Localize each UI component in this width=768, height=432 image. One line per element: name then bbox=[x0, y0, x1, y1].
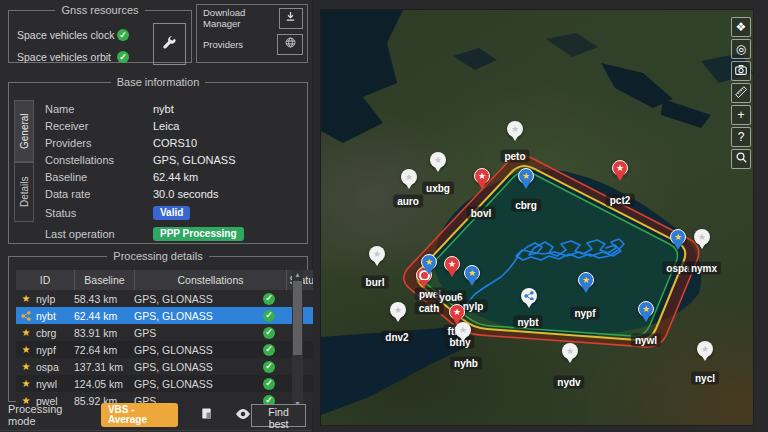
cell-constellations: GPS bbox=[134, 327, 250, 339]
base-info-field: Data rate30.0 seconds bbox=[45, 185, 299, 202]
cell-baseline: 83.91 km bbox=[74, 327, 134, 339]
gnss-settings-button[interactable] bbox=[153, 23, 186, 65]
find-best-button[interactable]: Find best bbox=[251, 404, 306, 427]
cell-baseline: 62.44 km bbox=[74, 310, 134, 322]
table-header: IDBaselineConstellationsStatus bbox=[16, 270, 322, 290]
scroll-up-icon[interactable]: ▲ bbox=[294, 270, 301, 280]
row-icon-cell: ★ bbox=[16, 294, 36, 304]
map-tool-search[interactable] bbox=[731, 149, 751, 169]
base-information-panel: Base information General Details Namenyb… bbox=[8, 76, 308, 244]
base-info-field: Namenybt bbox=[45, 100, 299, 117]
camera-icon bbox=[734, 63, 748, 80]
eye-icon bbox=[235, 408, 251, 423]
cell-id: nypf bbox=[36, 344, 74, 356]
map-tool-zoom-in[interactable]: + bbox=[731, 105, 751, 125]
status-ok-icon: ✓ bbox=[263, 361, 275, 373]
status-ok-icon: ✓ bbox=[263, 327, 275, 339]
cell-baseline: 58.43 km bbox=[74, 293, 134, 305]
cell-baseline: 124.05 km bbox=[74, 378, 134, 390]
column-header: Baseline bbox=[74, 270, 134, 290]
star-icon: ★ bbox=[22, 379, 31, 389]
tab-details[interactable]: Details bbox=[14, 162, 34, 222]
status-ok-icon: ✓ bbox=[117, 29, 129, 41]
field-label: Receiver bbox=[45, 120, 153, 132]
gnss-resources-panel: Gnss resources Space vehicles clock✓Spac… bbox=[8, 4, 192, 63]
column-header: Constellations bbox=[134, 270, 286, 290]
status-badge: Valid bbox=[153, 206, 190, 220]
processing-details-panel: Processing details IDBaselineConstellati… bbox=[8, 250, 308, 402]
map-tool-measure[interactable] bbox=[731, 83, 751, 103]
map-tool-layers[interactable]: ❖ bbox=[731, 17, 751, 37]
map-tool-locate[interactable]: ◎ bbox=[731, 39, 751, 59]
map-overlay-svg bbox=[321, 10, 753, 425]
table-row[interactable]: ★nywl124.05 kmGPS, GLONASS✓ bbox=[16, 375, 322, 392]
base-info-field: ProvidersCORS10 bbox=[45, 134, 299, 151]
report-icon bbox=[200, 407, 213, 423]
scrollbar-thumb[interactable] bbox=[293, 281, 302, 355]
status-badge: PPP Processing bbox=[153, 227, 244, 241]
gnss-resource-label: Space vehicles orbit bbox=[17, 51, 117, 63]
status-ok-icon: ✓ bbox=[263, 378, 275, 390]
download-manager-button[interactable] bbox=[279, 8, 303, 29]
row-icon-cell: ★ bbox=[16, 345, 36, 355]
gnss-resources-title: Gnss resources bbox=[55, 4, 144, 16]
wrench-icon bbox=[162, 35, 177, 53]
layers-icon: ❖ bbox=[736, 20, 747, 34]
cell-constellations: GPS, GLONASS bbox=[134, 361, 250, 373]
cell-id: ospa bbox=[36, 361, 74, 373]
base-info-field: Last operationPPP Processing bbox=[45, 223, 299, 244]
cell-id: nywl bbox=[36, 378, 74, 390]
field-value: GPS, GLONASS bbox=[153, 154, 236, 166]
status-ok-icon: ✓ bbox=[263, 310, 275, 322]
status-ok-icon: ✓ bbox=[263, 293, 275, 305]
field-value: nybt bbox=[153, 103, 174, 115]
tab-general[interactable]: General bbox=[14, 100, 34, 162]
column-header: ID bbox=[16, 270, 74, 290]
field-label: Constellations bbox=[45, 154, 153, 166]
cell-constellations: GPS, GLONASS bbox=[134, 378, 250, 390]
preview-button[interactable] bbox=[235, 408, 251, 423]
cell-status: ✓ bbox=[250, 310, 288, 322]
star-icon: ★ bbox=[22, 294, 31, 304]
globe-icon bbox=[284, 36, 297, 52]
gnss-resource-row: Space vehicles clock✓ bbox=[17, 24, 129, 46]
cell-constellations: GPS, GLONASS bbox=[134, 293, 250, 305]
row-icon-cell: ★ bbox=[16, 328, 36, 338]
locate-icon: ◎ bbox=[736, 42, 746, 56]
gnss-resource-label: Space vehicles clock bbox=[17, 29, 117, 41]
cell-baseline: 72.64 km bbox=[74, 344, 134, 356]
table-scrollbar[interactable]: ▲ ▼ bbox=[292, 270, 303, 409]
cell-status: ✓ bbox=[250, 293, 288, 305]
base-info-field: ReceiverLeica bbox=[45, 117, 299, 134]
map-canvas[interactable]: petouxbgaurobovlcbrgpct2burlcathpwelyou6… bbox=[320, 9, 754, 426]
star-icon: ★ bbox=[22, 345, 31, 355]
map-tool-help[interactable]: ? bbox=[731, 127, 751, 147]
map-tool-camera[interactable] bbox=[731, 61, 751, 81]
base-info-field: ConstellationsGPS, GLONASS bbox=[45, 151, 299, 168]
cell-baseline: 137.31 km bbox=[74, 361, 134, 373]
table-row[interactable]: ★nypf72.64 kmGPS, GLONASS✓ bbox=[16, 341, 322, 358]
map-panel: petouxbgaurobovlcbrgpct2burlcathpwelyou6… bbox=[313, 0, 768, 432]
help-icon: ? bbox=[738, 130, 745, 144]
base-information-title: Base information bbox=[111, 76, 206, 88]
report-button[interactable] bbox=[200, 407, 213, 423]
base-info-field: Baseline62.44 km bbox=[45, 168, 299, 185]
search-icon bbox=[735, 151, 748, 167]
processing-mode-label: Processing mode bbox=[8, 403, 87, 427]
zoom-in-icon: + bbox=[737, 108, 744, 122]
field-label: Last operation bbox=[45, 228, 153, 240]
row-icon-cell: ★ bbox=[16, 379, 36, 389]
download-providers-panel: Download Manager Providers bbox=[196, 4, 308, 63]
table-row[interactable]: ★cbrg83.91 kmGPS✓ bbox=[16, 324, 322, 341]
processing-mode-badge[interactable]: VBS - Average bbox=[101, 403, 178, 427]
divider bbox=[0, 430, 312, 431]
map-toolbar: ❖◎+? bbox=[731, 17, 752, 171]
table-row[interactable]: ★nylp58.43 kmGPS, GLONASS✓ bbox=[16, 290, 322, 307]
providers-button[interactable] bbox=[277, 34, 303, 55]
field-label: Baseline bbox=[45, 171, 153, 183]
measure-icon bbox=[734, 85, 748, 102]
field-label: Name bbox=[45, 103, 153, 115]
left-panel: Gnss resources Space vehicles clock✓Spac… bbox=[0, 0, 312, 432]
table-row[interactable]: ★ospa137.31 kmGPS, GLONASS✓ bbox=[16, 358, 322, 375]
table-row[interactable]: nybt62.44 kmGPS, GLONASS✓ bbox=[16, 307, 322, 324]
